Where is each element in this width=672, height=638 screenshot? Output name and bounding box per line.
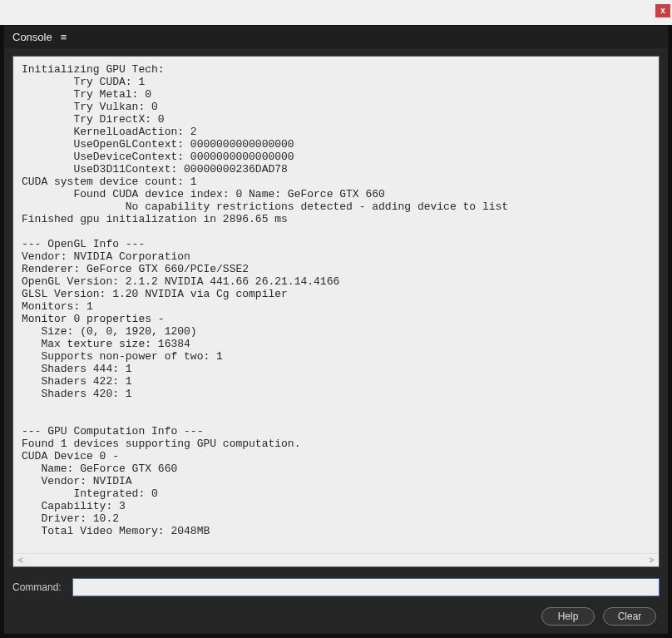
close-button[interactable]: x (655, 4, 670, 17)
help-button[interactable]: Help (541, 607, 595, 626)
scroll-right-icon[interactable]: > (649, 556, 654, 565)
panel-menu-icon[interactable]: ≡ (61, 31, 67, 43)
title-bar: x (0, 0, 672, 25)
output-area: Initializing GPU Tech: Try CUDA: 1 Try M… (12, 56, 660, 567)
tab-bar: Console ≡ (4, 26, 668, 48)
console-panel: Console ≡ Initializing GPU Tech: Try CUD… (3, 25, 669, 635)
command-row: Command: (12, 577, 660, 597)
console-body: Initializing GPU Tech: Try CUDA: 1 Try M… (12, 56, 660, 567)
button-row: Help Clear (541, 607, 656, 626)
clear-button[interactable]: Clear (603, 607, 656, 626)
command-input[interactable] (72, 578, 660, 596)
close-icon: x (660, 6, 665, 15)
scroll-left-icon[interactable]: < (18, 556, 23, 565)
console-output-text: Initializing GPU Tech: Try CUDA: 1 Try M… (13, 57, 659, 544)
tab-console[interactable]: Console (12, 31, 52, 43)
command-label: Command: (12, 581, 64, 593)
app-window: x Console ≡ Initializing GPU Tech: Try C… (0, 0, 672, 638)
output-scroll[interactable]: Initializing GPU Tech: Try CUDA: 1 Try M… (13, 57, 659, 553)
horizontal-scrollbar[interactable]: < > (13, 553, 659, 566)
